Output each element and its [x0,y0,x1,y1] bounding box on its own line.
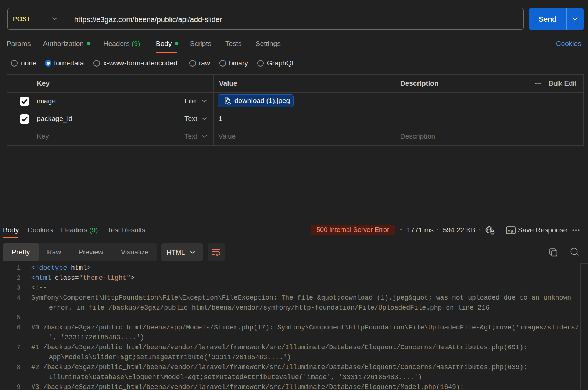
svg-text:e.g.: e.g. [508,228,514,233]
